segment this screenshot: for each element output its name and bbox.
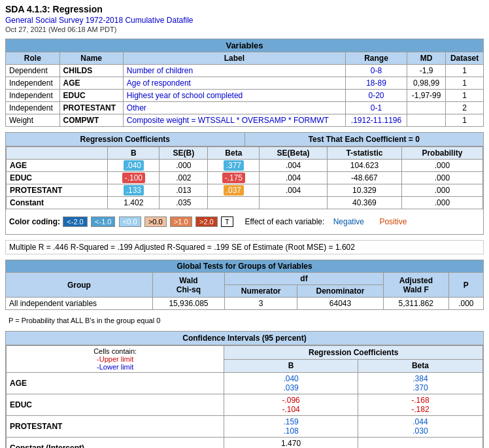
col-dataset: Dataset [446, 52, 484, 65]
rc-B: .133 [108, 184, 160, 197]
rsquared-line: Multiple R = .446 R-Squared = .199 Adjus… [5, 240, 484, 254]
rc-B: .040 [108, 160, 160, 172]
var-label: Number of children [123, 65, 345, 77]
var-role: Weight [6, 114, 60, 127]
rc-T: 40.369 [327, 197, 401, 209]
ci-col-B: B [224, 359, 358, 373]
var-range: .1912-11.1196 [346, 114, 407, 127]
ci-var-name: AGE [7, 373, 224, 394]
ci-cells-label: Cells contain: -Upper limit -Lower limit [7, 346, 224, 373]
rc-col-SEBeta: SE(Beta) [260, 147, 328, 160]
var-name: PROTESTANT [59, 102, 123, 114]
reg-row-0: AGE .040 .000 .377 .004 104.623 .000 [7, 160, 483, 172]
ci-B-lower: .039 [228, 383, 354, 392]
ci-B-upper: -.096 [228, 396, 354, 405]
var-name: EDUC [59, 90, 123, 102]
ci-beta-lower: -.182 [362, 405, 479, 414]
rc-B: 1.402 [108, 197, 160, 209]
ci-row-2: PROTESTANT .159.108 .044.030 [7, 416, 483, 438]
subtitle: General Social Survey 1972-2018 Cumulati… [5, 16, 484, 25]
gt-df-num: 3 [225, 298, 297, 310]
reg-row-3: Constant 1.402 .035 40.369 .000 [7, 197, 483, 209]
col-label: Label [123, 52, 345, 65]
col-md: MD [407, 52, 445, 65]
effect-label: Effect of each variable: [244, 217, 324, 226]
gt-col-group: Group [6, 273, 153, 298]
reg-row-1: EDUC -.100 .002 -.175 .004 -48.667 .000 [7, 172, 483, 184]
cc-gt2: >2.0 [195, 216, 218, 227]
var-role: Independent [6, 102, 60, 114]
var-label: Composite weight = WTSSALL * OVERSAMP * … [123, 114, 345, 127]
rc-var-name: AGE [7, 160, 108, 172]
var-name: CHILDS [59, 65, 123, 77]
rc-SEBeta: .004 [260, 172, 328, 184]
ci-val: .159 [283, 417, 298, 426]
var-dataset: 2 [446, 102, 484, 114]
variables-row-1: Independent AGE Age of respondent 18-89 … [6, 77, 484, 90]
rc-P: .000 [401, 160, 482, 172]
ci-val: -.182 [411, 405, 429, 414]
ci-B-upper: 1.470 [228, 439, 354, 448]
ci-row-1: EDUC -.096-.104 -.168-.182 [7, 394, 483, 416]
badge: -.100 [122, 173, 145, 183]
gt-col-p: P [448, 273, 483, 298]
ci-val: .030 [413, 426, 428, 436]
rc-Beta: -.175 [208, 172, 260, 184]
rc-SEB: .000 [160, 160, 208, 172]
cc-gt0: >0.0 [144, 216, 167, 227]
rc-T: -48.667 [327, 172, 401, 184]
rc-col-SEB: SE(B) [160, 147, 208, 160]
gt-col-wald: WaldChi-sq [152, 273, 224, 298]
ci-upper-label: -Upper limit [10, 355, 220, 363]
global-row-0: All independent variables 15,936.085 3 6… [6, 298, 484, 310]
badge: .037 [224, 185, 244, 196]
date-line: Oct 27, 2021 (Wed 06:18 AM PDT) [5, 26, 484, 33]
gt-p: .000 [448, 298, 483, 310]
badge: .377 [224, 160, 244, 171]
badge: .040 [124, 160, 144, 171]
variables-section-title: Variables [6, 39, 484, 52]
ci-val: -.104 [282, 405, 299, 414]
global-tests-table: Global Tests for Groups of Variables Gro… [5, 260, 484, 310]
var-label: Other [123, 102, 345, 114]
reg-coeff-table: B SE(B) Beta SE(Beta) T-statistic Probab… [6, 146, 483, 209]
rc-SEB: .035 [160, 197, 208, 209]
variables-table: Variables Role Name Label Range MD Datas… [5, 39, 484, 127]
rc-SEBeta [260, 197, 328, 209]
ci-B-upper: .159 [228, 417, 354, 426]
var-md: -1,97-99 [407, 90, 445, 102]
color-coding-table: Color coding: <-2.0 <-1.0 <0.0 >0.0 >1.0… [6, 215, 483, 229]
rc-Beta: .377 [208, 160, 260, 172]
var-range: 18-89 [346, 77, 407, 90]
var-dataset: 1 [446, 114, 484, 127]
global-section-title: Global Tests for Groups of Variables [6, 260, 484, 273]
cc-T: T [221, 216, 233, 227]
ci-beta-lower: .030 [362, 426, 479, 436]
gt-group: All independent variables [6, 298, 153, 310]
ci-val: .044 [413, 417, 428, 426]
col-name: Name [59, 52, 123, 65]
ci-B-lower: -.104 [228, 405, 354, 414]
rc-P: .000 [401, 197, 482, 209]
rc-var-name: EDUC [7, 172, 108, 184]
var-md [407, 114, 445, 127]
rc-Beta [208, 197, 260, 209]
rc-T: 104.623 [327, 160, 401, 172]
variables-row-0: Dependent CHILDS Number of children 0-8 … [6, 65, 484, 77]
rc-var-name: PROTESTANT [7, 184, 108, 197]
var-role: Independent [6, 90, 60, 102]
gt-col-df-den: Denominator [297, 285, 384, 298]
variables-row-2: Independent EDUC Highest year of school … [6, 90, 484, 102]
reg-coeff-title: Regression Coefficients [6, 133, 245, 146]
ci-title: Confidence Intervals (95 percent) [6, 332, 483, 345]
gt-df-den: 64043 [297, 298, 384, 310]
ci-cells-contain: Cells contain: [10, 347, 220, 355]
rc-var-name: Constant [7, 197, 108, 209]
variables-row-3: Independent PROTESTANT Other 0-1 2 [6, 102, 484, 114]
rc-B: -.100 [108, 172, 160, 184]
cc-lt1: <-1.0 [91, 216, 115, 227]
gt-col-df: df [225, 273, 384, 285]
rc-SEB: .013 [160, 184, 208, 197]
col-range: Range [346, 52, 407, 65]
var-label: Age of respondent [123, 77, 345, 90]
